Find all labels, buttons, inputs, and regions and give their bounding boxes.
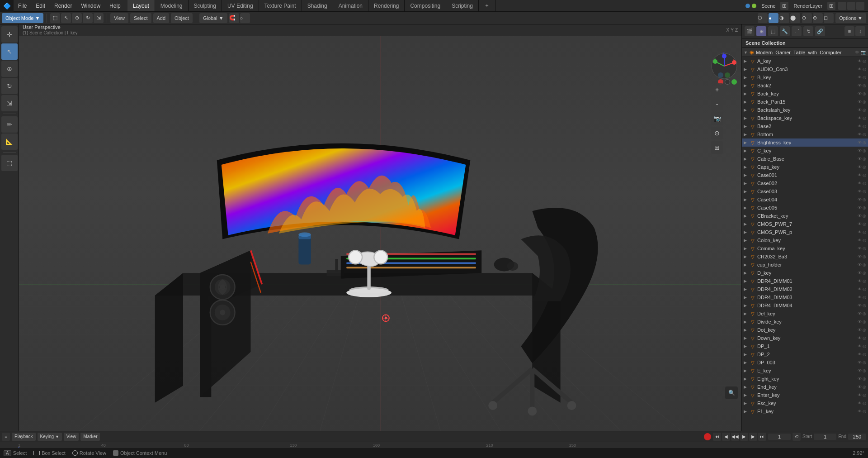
rotate-icon-btn[interactable]: ↻ — [83, 13, 93, 23]
visibility-icon[interactable]: 👁 — [858, 165, 862, 169]
viewport-search-btn[interactable]: 🔍 — [725, 386, 738, 399]
visibility-icon[interactable]: 👁 — [858, 205, 862, 210]
icon-btn-3[interactable] — [856, 2, 864, 10]
visibility-icon[interactable]: 👁 — [858, 91, 862, 96]
transform-tool[interactable]: ⊕ — [1, 61, 18, 77]
visibility-icon[interactable]: 👁 — [858, 393, 862, 397]
visibility-icon[interactable]: 👁 — [858, 181, 862, 186]
render-icon[interactable]: ◎ — [863, 328, 866, 332]
xray-btn[interactable]: ◻ — [824, 13, 834, 23]
tree-item-f1-key[interactable]: ▶▽F1_key👁◎ — [742, 407, 868, 415]
play-btn[interactable]: ▶ — [740, 433, 748, 441]
tree-item-ddr4-dimm02[interactable]: ▶▽DDR4_DIMM02👁◎ — [742, 285, 868, 293]
tree-item-ddr4-dimm01[interactable]: ▶▽DDR4_DIMM01👁◎ — [742, 277, 868, 285]
visibility-icon[interactable]: 👁 — [858, 246, 862, 251]
playback-btn[interactable]: Playback — [12, 433, 36, 441]
measure-tool[interactable]: 📐 — [1, 134, 18, 150]
menu-render[interactable]: Render — [50, 0, 76, 11]
tree-item-ddr4-dimm03[interactable]: ▶▽DDR4_DIMM03👁◎ — [742, 293, 868, 301]
start-frame-input[interactable]: 1 — [814, 434, 836, 440]
render-icon[interactable]: ◎ — [863, 214, 866, 218]
render-icon[interactable]: ◎ — [863, 409, 866, 414]
visibility-icon[interactable]: 👁 — [858, 100, 862, 104]
tab-shading[interactable]: Shading — [302, 0, 333, 11]
scene-name[interactable]: Scene — [759, 3, 778, 9]
scale-tool[interactable]: ⇲ — [1, 95, 18, 111]
zoom-in-btn[interactable]: + — [711, 83, 723, 96]
visibility-icon[interactable]: 👁 — [858, 254, 862, 259]
visibility-icon[interactable]: 👁 — [858, 124, 862, 129]
render-icon[interactable]: ◎ — [863, 279, 866, 283]
visibility-icon[interactable]: 👁 — [858, 328, 862, 332]
render-icon[interactable]: ◎ — [863, 336, 866, 340]
tree-item-case002[interactable]: ▶▽Case002👁◎ — [742, 179, 868, 187]
tree-item-audio-con3[interactable]: ▶▽AUDIO_Con3👁◎ — [742, 65, 868, 73]
tree-item-cmos-pwr-p[interactable]: ▶▽CMOS_PWR_p👁◎ — [742, 228, 868, 236]
viewport-icon-btn[interactable]: ⬚ — [50, 13, 60, 23]
tree-item-case003[interactable]: ▶▽Case003👁◎ — [742, 187, 868, 196]
tree-item-enter-key[interactable]: ▶▽Enter_key👁◎ — [742, 391, 868, 399]
visibility-icon[interactable]: 👁 — [858, 360, 862, 365]
visibility-icon[interactable]: 👁 — [858, 230, 862, 234]
visibility-icon[interactable]: 👁 — [858, 132, 862, 137]
render-icon[interactable]: ◎ — [863, 238, 866, 243]
visibility-icon[interactable]: 👁 — [858, 214, 862, 218]
visibility-icon[interactable]: 👁 — [858, 377, 862, 381]
prev-frame-btn[interactable]: ◀ — [722, 433, 730, 441]
render-icon[interactable]: ◎ — [863, 116, 866, 120]
tree-item-back-pan15[interactable]: ▶▽Back_Pan15👁◎ — [742, 98, 868, 106]
camera-view-btn[interactable]: 📷 — [711, 112, 723, 125]
visibility-icon[interactable]: 👁 — [858, 148, 862, 153]
visibility-icon[interactable]: 👁 — [858, 67, 862, 72]
tree-item-down-key[interactable]: ▶▽Down_key👁◎ — [742, 334, 868, 342]
overlay-btn[interactable]: ⊙ — [802, 13, 812, 23]
cursor-tool[interactable]: ✛ — [1, 26, 18, 43]
visibility-icon[interactable]: 👁 — [858, 140, 862, 145]
visibility-icon[interactable]: 👁 — [858, 352, 862, 357]
tab-uv-editing[interactable]: UV Editing — [222, 0, 259, 11]
tree-item-c-key[interactable]: ▶▽C_key👁◎ — [742, 147, 868, 155]
root-collection-item[interactable]: ▼ ◉ Modern_Gamer_Table_with_Computer 👁 📷 — [742, 48, 868, 57]
solid-mode-btn[interactable]: ● — [769, 13, 778, 23]
tree-item-colon-key[interactable]: ▶▽Colon_key👁◎ — [742, 236, 868, 244]
rendered-mode-btn[interactable]: ⬤ — [790, 13, 800, 23]
visibility-icon[interactable]: 👁 — [858, 173, 862, 177]
render-icon[interactable]: ◎ — [863, 271, 866, 275]
visibility-icon[interactable]: 👁 — [858, 262, 862, 267]
tree-item-ddr4-dimm04[interactable]: ▶▽DDR4_DIMM04👁◎ — [742, 301, 868, 310]
physics-icon-btn[interactable]: ↯ — [803, 26, 813, 36]
tree-item-base2[interactable]: ▶▽Base2👁◎ — [742, 122, 868, 130]
visibility-icon[interactable]: 👁 — [858, 336, 862, 340]
menu-help[interactable]: Help — [105, 0, 125, 11]
tab-add[interactable]: ＋ — [479, 0, 495, 11]
render-icon[interactable]: ◎ — [863, 222, 866, 226]
timeline-view-btn[interactable]: View — [64, 433, 79, 441]
icon-btn-1[interactable] — [838, 2, 846, 10]
visibility-icon[interactable]: 👁 — [858, 311, 862, 316]
object-menu-btn[interactable]: Object — [171, 13, 193, 23]
tree-item-d-key[interactable]: ▶▽D_key👁◎ — [742, 269, 868, 277]
visibility-icon[interactable]: 👁 — [858, 75, 862, 80]
render-icon[interactable]: ◎ — [863, 254, 866, 259]
collection-tree[interactable]: ▶▽A_key👁◎▶▽AUDIO_Con3👁◎▶▽B_key👁◎▶▽Back2👁… — [742, 57, 868, 431]
visibility-icon[interactable]: 👁 — [858, 303, 862, 308]
zoom-out-btn[interactable]: - — [711, 98, 723, 110]
render-icon[interactable]: ◎ — [863, 246, 866, 251]
tree-item-b-key[interactable]: ▶▽B_key👁◎ — [742, 73, 868, 81]
root-vis-icon[interactable]: 👁 — [855, 50, 859, 55]
render-icon[interactable]: ◎ — [863, 181, 866, 186]
material-mode-btn[interactable]: ◑ — [779, 13, 789, 23]
tree-item-case005[interactable]: ▶▽Case005👁◎ — [742, 204, 868, 212]
render-icon[interactable]: ◎ — [863, 189, 866, 194]
visibility-icon[interactable]: 👁 — [858, 287, 862, 291]
tree-item-esc-key[interactable]: ▶▽Esc_key👁◎ — [742, 399, 868, 407]
tree-item-cr2032-ba3[interactable]: ▶▽CR2032_Ba3👁◎ — [742, 253, 868, 261]
root-render-icon[interactable]: 📷 — [861, 50, 866, 55]
tree-item-dot-key[interactable]: ▶▽Dot_key👁◎ — [742, 326, 868, 334]
visibility-icon[interactable]: 👁 — [858, 108, 862, 112]
visibility-icon[interactable]: 👁 — [858, 59, 862, 63]
render-icon[interactable]: ◎ — [863, 67, 866, 72]
keying-btn[interactable]: Keying ▼ — [38, 433, 62, 441]
move-tool[interactable]: ↖ — [1, 43, 18, 60]
render-icon[interactable]: ◎ — [863, 287, 866, 291]
